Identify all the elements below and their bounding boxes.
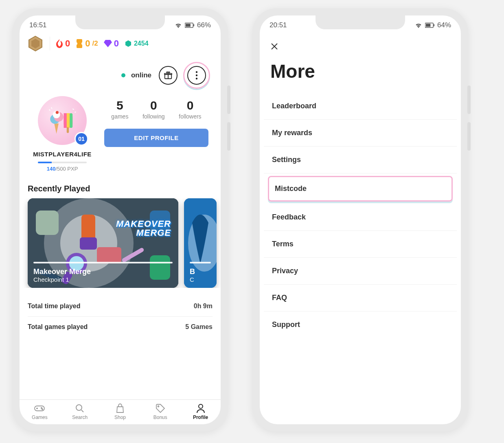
gift-button[interactable] <box>159 66 177 85</box>
online-label: online <box>131 71 151 79</box>
phone-mock-right: 20:51 64% More Leaderboard My rewards Se… <box>252 8 468 432</box>
pxp-progress-bar <box>38 162 87 163</box>
svg-rect-25 <box>36 211 59 235</box>
phone-mock-left: 16:51 66% 0 0/2 0 <box>12 8 228 432</box>
total-games-row: Total games played 5 Games <box>28 317 213 337</box>
tab-search[interactable]: Search <box>60 403 100 420</box>
close-icon <box>270 42 278 50</box>
svg-rect-1 <box>186 24 191 26</box>
recently-played-carousel[interactable]: MAKEOVER MERGE Makeover Merge Checkpoint… <box>20 198 221 288</box>
recently-played-title: Recently Played <box>20 172 221 198</box>
svg-point-40 <box>42 409 43 410</box>
game-progress-bar <box>33 262 173 263</box>
more-button-highlight <box>183 62 210 89</box>
phone-notch <box>75 15 165 29</box>
close-button[interactable] <box>270 42 450 53</box>
currency-gems[interactable]: 0 <box>104 38 119 49</box>
menu-item-leaderboard[interactable]: Leaderboard <box>264 93 457 120</box>
coin-icon <box>125 40 132 47</box>
tab-profile[interactable]: Profile <box>180 403 221 420</box>
game-card-logo: MAKEOVER MERGE <box>116 219 171 237</box>
gift-icon <box>164 71 173 80</box>
svg-rect-46 <box>434 24 434 26</box>
flame-icon <box>56 39 63 48</box>
status-battery: 64% <box>437 21 451 29</box>
tab-shop[interactable]: Shop <box>100 403 140 420</box>
svg-rect-45 <box>426 24 431 26</box>
svg-rect-17 <box>64 113 67 128</box>
tab-bonus[interactable]: Bonus <box>140 403 180 420</box>
wifi-icon <box>174 22 182 29</box>
status-battery: 66% <box>197 21 211 29</box>
game-card-subtitle: Checkpoint 1 <box>33 276 173 283</box>
bag-icon <box>116 404 125 413</box>
side-button <box>227 122 230 151</box>
game-progress-bar <box>190 262 211 263</box>
svg-marker-5 <box>125 40 131 47</box>
currency-fire[interactable]: 0 <box>56 38 70 49</box>
svg-rect-2 <box>193 24 194 26</box>
game-card[interactable]: B C <box>184 198 217 288</box>
currency-coins[interactable]: 2454 <box>125 40 149 47</box>
pxp-text: 140/500 PXP <box>28 166 97 172</box>
username: MISTPLAYER4LIFE <box>28 151 97 158</box>
svg-marker-11 <box>54 123 59 134</box>
svg-point-39 <box>41 408 42 408</box>
svg-point-10 <box>196 78 197 79</box>
search-icon <box>75 404 84 413</box>
svg-rect-29 <box>80 237 97 250</box>
svg-rect-18 <box>67 113 70 128</box>
menu-item-mistcode[interactable]: Mistcode <box>268 176 453 202</box>
avatar[interactable]: 01 <box>38 96 87 145</box>
svg-point-15 <box>56 111 59 114</box>
svg-rect-7 <box>164 73 172 75</box>
menu-item-my-rewards[interactable]: My rewards <box>264 120 457 147</box>
total-time-row: Total time played 0h 9m <box>28 296 213 317</box>
level-badge: 01 <box>75 132 88 146</box>
svg-rect-35 <box>97 247 121 263</box>
battery-icon <box>425 22 435 28</box>
kebab-icon <box>195 71 198 80</box>
currency-bar: 0 0/2 0 2454 <box>20 32 221 58</box>
menu-item-settings[interactable]: Settings <box>264 147 457 173</box>
gem-icon <box>104 40 112 47</box>
svg-rect-38 <box>35 406 44 411</box>
gamepad-icon <box>34 404 45 412</box>
side-button <box>467 122 471 151</box>
svg-point-8 <box>196 71 197 73</box>
game-card-title: Makeover Merge <box>33 268 173 276</box>
profile-icon <box>196 404 205 413</box>
status-time: 16:51 <box>29 21 47 29</box>
svg-point-41 <box>76 405 82 410</box>
more-button[interactable] <box>187 66 206 85</box>
game-card-title: B <box>190 268 211 276</box>
edit-profile-button[interactable]: EDIT PROFILE <box>104 129 208 147</box>
menu-item-privacy[interactable]: Privacy <box>264 258 457 285</box>
game-card[interactable]: MAKEOVER MERGE Makeover Merge Checkpoint… <box>28 198 178 288</box>
menu-item-support[interactable]: Support <box>264 311 457 338</box>
avatar-image <box>44 102 81 139</box>
wifi-icon <box>414 22 423 29</box>
stat-followers[interactable]: 0 followers <box>179 99 201 120</box>
svg-rect-20 <box>67 127 69 133</box>
bottom-tab-bar: Games Search Shop Bonus Profile <box>20 399 221 424</box>
more-menu-list: Leaderboard My rewards Settings Mistcode… <box>260 85 461 338</box>
status-time: 20:51 <box>270 21 287 29</box>
online-dot-icon <box>121 73 125 77</box>
svg-point-43 <box>199 404 203 408</box>
menu-item-faq[interactable]: FAQ <box>264 285 457 311</box>
svg-rect-19 <box>70 113 72 128</box>
svg-point-42 <box>158 406 159 407</box>
svg-point-9 <box>196 75 197 76</box>
ticket-icon <box>76 39 83 48</box>
menu-item-feedback[interactable]: Feedback <box>264 204 457 231</box>
stat-following[interactable]: 0 following <box>142 99 164 120</box>
tab-games[interactable]: Games <box>20 403 60 420</box>
stat-games[interactable]: 5 games <box>111 99 128 120</box>
side-button <box>227 86 230 114</box>
battery-icon <box>185 22 195 28</box>
rank-badge-icon[interactable] <box>27 35 44 52</box>
currency-tickets[interactable]: 0/2 <box>76 38 98 49</box>
menu-item-terms[interactable]: Terms <box>264 231 457 258</box>
side-button <box>467 86 471 114</box>
